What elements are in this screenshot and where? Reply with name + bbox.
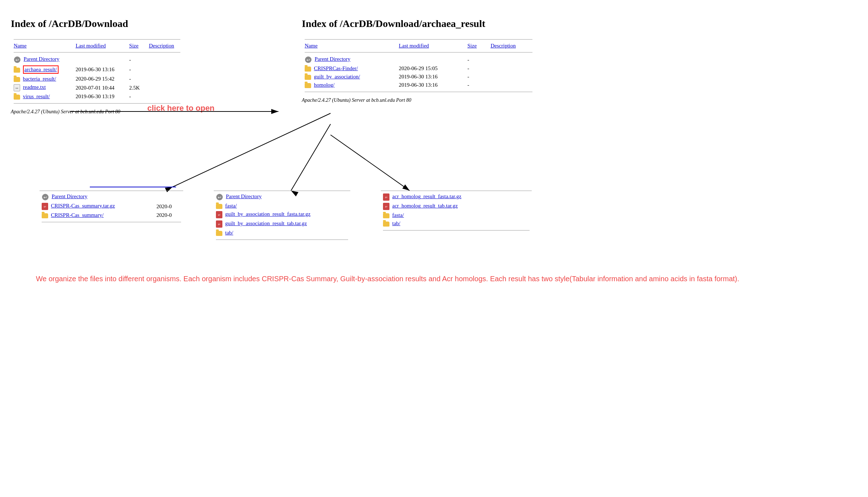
bacteria-result-link[interactable]: bacteria_result/ <box>23 76 56 82</box>
virus-result-link[interactable]: virus_result/ <box>23 94 50 99</box>
gz-icon: gz <box>383 203 389 210</box>
server-info-right: Apache/2.4.27 (Ubuntu) Server at bcb.unl… <box>302 97 535 103</box>
table-row: bacteria_result/ 2020-06-29 15:42 - <box>11 75 183 83</box>
table-row: CRISPR-Cas_summary/ 2020-0 <box>40 211 183 219</box>
readme-link[interactable]: readme.txt <box>23 84 46 90</box>
folder-icon <box>305 67 311 72</box>
bottom-middle-table: ↩ Parent Directory fasta/ gz <box>214 192 350 242</box>
folder-icon <box>216 204 222 209</box>
text-file-icon: txt <box>14 84 20 91</box>
col-size-r[interactable]: Size <box>465 42 488 50</box>
table-row: ↩ Parent Directory - <box>302 55 535 64</box>
svg-text:↩: ↩ <box>15 58 19 63</box>
left-dir-table: Name Last modified Size Description ↩ Pa… <box>11 37 183 106</box>
table-row: gz acr_homolog_result_fasta.tar.gz <box>381 192 532 202</box>
right-dir-table: Name Last modified Size Description ↩ Pa… <box>302 37 535 95</box>
svg-text:↩: ↩ <box>218 195 221 200</box>
parent-dir-bm[interactable]: Parent Directory <box>226 193 262 199</box>
right-panel-title: Index of /AcrDB/Download/archaea_result <box>302 18 535 29</box>
bottom-left-table: ↩ Parent Directory gz CRISPR-Cas_summary… <box>40 192 183 225</box>
table-row: fasta/ <box>214 202 350 210</box>
folder-icon <box>42 213 48 218</box>
back-icon: ↩ <box>14 56 21 63</box>
right-directory-panel: Index of /AcrDB/Download/archaea_result … <box>302 18 535 103</box>
col-modified-r[interactable]: Last modified <box>396 42 465 50</box>
fasta-link-br[interactable]: fasta/ <box>392 212 404 218</box>
fasta-link-bm[interactable]: fasta/ <box>225 203 237 209</box>
svg-text:↩: ↩ <box>43 195 47 200</box>
gz-icon: gz <box>42 203 48 210</box>
table-row: homolog/ 2019-06-30 13:16 - <box>302 81 535 89</box>
table-row: gz acr_homolog_result_tab.tar.gz <box>381 202 532 211</box>
archaea-result-link[interactable]: archaea_result/ <box>24 67 57 72</box>
left-panel-title: Index of /AcrDB/Download <box>11 18 183 29</box>
table-row: ↩ Parent Directory <box>40 192 183 202</box>
col-desc[interactable]: Description <box>146 42 183 50</box>
svg-line-8 <box>172 113 331 187</box>
folder-icon <box>14 77 20 82</box>
tab-link-bm[interactable]: tab/ <box>225 230 234 236</box>
table-row: ↩ Parent Directory <box>214 192 350 202</box>
table-row: gz guilt_by_association_result_tab.tar.g… <box>214 219 350 229</box>
bottom-right-panel: gz acr_homolog_result_fasta.tar.gz gz ac… <box>381 191 532 233</box>
acr-fasta-link[interactable]: acr_homolog_result_fasta.tar.gz <box>392 193 461 199</box>
table-row: fasta/ <box>381 211 532 219</box>
table-row: txt readme.txt 2020-07-01 10:44 2.5K <box>11 83 183 92</box>
archaea-result-box: archaea_result/ <box>23 65 59 74</box>
table-row: gz CRISPR-Cas_summary.tar.gz 2020-0 <box>40 202 183 211</box>
guilt-assoc-link[interactable]: guilt_by_association/ <box>314 74 360 79</box>
svg-line-10 <box>331 135 410 191</box>
back-icon: ↩ <box>305 56 312 63</box>
folder-icon <box>383 222 389 227</box>
acr-tab-link[interactable]: acr_homolog_result_tab.tar.gz <box>392 203 458 209</box>
col-modified[interactable]: Last modified <box>73 42 126 50</box>
homolog-link[interactable]: homolog/ <box>314 82 335 88</box>
col-name[interactable]: Name <box>11 42 73 50</box>
folder-icon <box>14 95 20 100</box>
gz-icon: gz <box>216 220 222 228</box>
table-row: virus_result/ 2019-06-30 13:19 - <box>11 92 183 101</box>
bottom-right-table: gz acr_homolog_result_fasta.tar.gz gz ac… <box>381 192 532 233</box>
bottom-description: We organize the files into different org… <box>36 273 854 284</box>
guilt-tab-link[interactable]: guilt_by_association_result_tab.tar.gz <box>225 220 307 226</box>
table-row: guilt_by_association/ 2019-06-30 13:16 - <box>302 73 535 81</box>
col-size[interactable]: Size <box>126 42 146 50</box>
table-row: tab/ <box>214 229 350 237</box>
gz-icon: gz <box>216 211 222 218</box>
folder-icon <box>305 75 311 80</box>
folder-icon <box>305 83 311 88</box>
svg-text:↩: ↩ <box>306 58 310 63</box>
folder-icon <box>383 213 389 218</box>
crisprcas-finder-link[interactable]: CRISPRCas-Finder/ <box>314 65 358 71</box>
table-row: archaea_result/ 2019-06-30 13:16 - <box>11 64 183 75</box>
parent-dir-link-r[interactable]: Parent Directory <box>315 56 351 62</box>
parent-dir-bl[interactable]: Parent Directory <box>52 193 88 199</box>
table-row: gz guilt_by_association_result_fasta.tar… <box>214 210 350 219</box>
back-icon: ↩ <box>216 193 223 201</box>
bottom-middle-panel: ↩ Parent Directory fasta/ gz <box>214 191 350 242</box>
parent-dir-link[interactable]: Parent Directory <box>24 56 60 62</box>
folder-icon <box>216 231 222 236</box>
crispr-cas-summary-gz-link[interactable]: CRISPR-Cas_summary.tar.gz <box>51 203 115 209</box>
gz-icon: gz <box>383 193 389 201</box>
back-icon: ↩ <box>42 193 49 201</box>
click-annotation: click here to open <box>147 104 214 113</box>
col-name-r[interactable]: Name <box>302 42 396 50</box>
svg-line-9 <box>291 124 331 191</box>
table-row: CRISPRCas-Finder/ 2020-06-29 15:05 - <box>302 64 535 73</box>
guilt-fasta-link[interactable]: guilt_by_association_result_fasta.tar.gz <box>225 211 310 217</box>
folder-icon <box>14 68 20 73</box>
table-row: tab/ <box>381 219 532 228</box>
tab-link-br[interactable]: tab/ <box>392 220 401 226</box>
table-row: ↩ Parent Directory - <box>11 55 183 64</box>
left-directory-panel: Index of /AcrDB/Download Name Last modif… <box>11 18 183 115</box>
col-desc-r[interactable]: Description <box>488 42 535 50</box>
crispr-cas-summary-dir-link[interactable]: CRISPR-Cas_summary/ <box>51 212 104 218</box>
bottom-left-panel: ↩ Parent Directory gz CRISPR-Cas_summary… <box>40 191 183 225</box>
